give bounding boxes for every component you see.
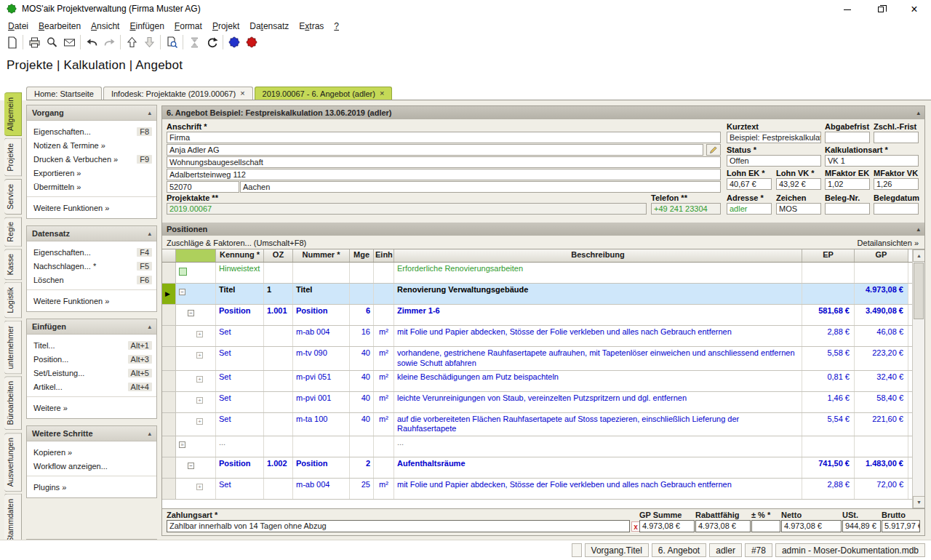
module-tab-service[interactable]: Service xyxy=(4,179,22,215)
zuschlaege-link[interactable]: Zuschläge & Faktoren... (Umschalt+F8) xyxy=(167,239,306,247)
column-header-kennung[interactable]: Kennung * xyxy=(216,249,264,262)
mfaktor-ek-field[interactable]: 1,02 xyxy=(825,178,870,190)
menu-item-nachschlagen[interactable]: Nachschlagen... *F5 xyxy=(27,259,156,273)
status-field[interactable]: Offen xyxy=(727,155,821,167)
scroll-down-icon[interactable]: ▼ xyxy=(913,496,924,508)
row-selector-cell[interactable]: ▶ xyxy=(162,284,176,304)
print-button[interactable] xyxy=(25,34,43,50)
vertical-scrollbar[interactable]: ▲ ▼ xyxy=(912,249,924,508)
table-row[interactable]: +Setm-ab 00416m²mit Folie und Papier abd… xyxy=(162,326,912,347)
expand-toggle-icon[interactable]: + xyxy=(196,418,203,425)
column-header-gp[interactable]: GP xyxy=(855,249,908,262)
row-selector-cell[interactable] xyxy=(162,305,176,325)
menu-?[interactable]: ? xyxy=(329,20,344,32)
collapse-icon[interactable]: ▴ xyxy=(148,230,151,237)
anschrift-line4-field[interactable]: Adalbertsteinweg 112 xyxy=(167,169,721,180)
email-button[interactable] xyxy=(60,34,78,50)
abgabefrist-field[interactable] xyxy=(825,132,870,143)
document-tab-0[interactable]: Home: Startseite xyxy=(26,87,102,100)
form-band[interactable]: 6. Angebot Beispiel: Festpreiskalkulatio… xyxy=(162,106,924,119)
lohn-vk-field[interactable]: 43,92 € xyxy=(776,178,821,190)
expand-toggle-icon[interactable]: + xyxy=(196,331,203,337)
menu-bearbeiten[interactable]: Bearbeiten xyxy=(33,20,86,32)
table-row[interactable]: »...... xyxy=(162,436,912,457)
row-selector-cell[interactable] xyxy=(162,371,176,391)
table-row[interactable]: −Position1.001Position6Zimmer 1-6581,68 … xyxy=(162,305,912,326)
plz-field[interactable]: 52070 xyxy=(167,181,239,193)
edit-address-button[interactable] xyxy=(706,144,721,156)
column-header-ep[interactable]: EP xyxy=(802,249,855,262)
menu-item-notizen-termine[interactable]: Notizen & Termine » xyxy=(27,138,156,152)
menu-datensatz[interactable]: Datensatz xyxy=(244,20,294,32)
panel-vorgang-header[interactable]: Vorgang▴ xyxy=(27,105,156,121)
table-row[interactable]: −Position1.002Position2Aufenthaltsräume7… xyxy=(162,457,912,479)
positionen-band[interactable]: Positionen ▴ xyxy=(162,223,924,236)
restore-button[interactable] xyxy=(864,0,898,19)
anschrift-line2-field[interactable]: Anja Adler AG xyxy=(167,144,703,156)
menu-item-workflow-anzeigen[interactable]: Workflow anzeigen... xyxy=(27,459,156,473)
module-tab-kasse[interactable]: Kasse xyxy=(4,249,22,280)
detailansichten-link[interactable]: Detailansichten » xyxy=(858,239,919,247)
table-row[interactable]: ▶−Titel1TitelRenovierung Verwaltungsgebä… xyxy=(162,284,912,305)
table-row[interactable]: +Setm-pvi 05140m²kleine Beschädigungen a… xyxy=(162,371,912,392)
module-tab-allgemein[interactable]: Allgemein xyxy=(4,92,22,136)
collapse-icon[interactable]: ▴ xyxy=(148,109,151,116)
collapse-icon[interactable]: ▴ xyxy=(148,323,151,330)
table-row[interactable]: +Setm-tv 09040m²vorhandene, gestrichene … xyxy=(162,347,912,371)
lohn-ek-field[interactable]: 40,67 € xyxy=(727,178,772,190)
row-selector-cell[interactable] xyxy=(162,347,176,370)
scrollbar-thumb[interactable] xyxy=(914,263,924,319)
table-row[interactable]: HinweistextErforderliche Renovierungsarb… xyxy=(162,263,912,284)
table-row[interactable]: +Setm-pvi 00140m²leichte Verunreinigunge… xyxy=(162,392,912,413)
row-selector-cell[interactable] xyxy=(162,457,176,478)
menu-extras[interactable]: Extras xyxy=(294,20,329,32)
ort-field[interactable]: Aachen xyxy=(240,181,721,193)
menu-item-drucken-verbuchen[interactable]: Drucken & Verbuchen »F9 xyxy=(27,152,156,166)
row-selector-cell[interactable] xyxy=(162,263,176,283)
menu-item-exportieren[interactable]: Exportieren » xyxy=(27,166,156,180)
table-row[interactable]: +Setm-ab 00425m²mit Folie und Papier abd… xyxy=(162,479,912,500)
column-header-nummer[interactable]: Nummer * xyxy=(293,249,350,262)
refresh-button[interactable] xyxy=(203,34,220,50)
menu-item-eigenschaften[interactable]: Eigenschaften...F4 xyxy=(27,245,156,259)
tab-close-icon[interactable]: × xyxy=(240,89,244,97)
expand-toggle-icon[interactable]: + xyxy=(196,352,203,359)
menu-item-weitere-funktionen[interactable]: Weitere Funktionen » xyxy=(27,294,156,308)
collapse-icon[interactable]: ▴ xyxy=(916,225,920,233)
kurztext-field[interactable]: Beispiel: Festpreiskalkulation xyxy=(727,132,821,143)
menu-item-titel[interactable]: Titel...Alt+1 xyxy=(27,338,156,352)
new-document-button[interactable] xyxy=(3,34,20,50)
panel-weitere-schritte-header[interactable]: Weitere Schritte▴ xyxy=(27,426,156,441)
row-selector-cell[interactable] xyxy=(162,326,176,346)
column-header-mge[interactable]: Mge xyxy=(350,249,374,262)
column-header-beschreibung[interactable]: Beschreibung xyxy=(394,249,802,262)
collapse-toggle-icon[interactable]: − xyxy=(188,463,194,469)
expand-toggle-icon[interactable]: + xyxy=(196,376,203,383)
row-selector-cell[interactable] xyxy=(162,392,176,412)
projektakte-field[interactable]: 2019.00067 xyxy=(167,203,647,215)
menu-item-eigenschaften[interactable]: Eigenschaften...F8 xyxy=(27,124,156,138)
menu-item-artikel[interactable]: Artikel...Alt+4 xyxy=(27,380,156,393)
move-up-button[interactable] xyxy=(123,34,140,50)
menu-item-löschen[interactable]: LöschenF6 xyxy=(27,273,156,287)
plugin-blue-button[interactable] xyxy=(225,34,243,50)
expand-toggle-icon[interactable]: + xyxy=(196,484,203,490)
beleg-nr-field[interactable] xyxy=(825,203,870,215)
menu-format[interactable]: Format xyxy=(169,20,207,32)
menu-datei[interactable]: Datei xyxy=(3,20,33,32)
document-tab-1[interactable]: Infodesk: Projektakte (2019.00067)× xyxy=(103,87,253,100)
tab-close-icon[interactable]: × xyxy=(380,89,384,97)
module-tab-auswertungen[interactable]: Auswertungen xyxy=(4,433,22,492)
menu-einfgen[interactable]: Einfügen xyxy=(124,20,169,32)
anschrift-line3-field[interactable]: Wohnungsbaugesellschaft xyxy=(167,156,721,168)
zahlungsart-field[interactable]: Zahlbar innerhalb von 14 Tagen ohne Abzu… xyxy=(167,520,630,532)
mfaktor-vk-field[interactable]: 1,26 xyxy=(874,178,919,190)
row-selector-cell[interactable] xyxy=(162,413,176,436)
zeichen-field[interactable]: MOS xyxy=(776,203,821,215)
undo-button[interactable] xyxy=(83,34,100,50)
total-value-2[interactable] xyxy=(751,520,780,532)
zschl-frist-field[interactable] xyxy=(874,132,919,143)
telefon-field[interactable]: +49 241 23304 xyxy=(651,203,721,215)
print-preview-button[interactable] xyxy=(43,34,60,50)
module-tab-regie[interactable]: Regie xyxy=(4,217,22,247)
